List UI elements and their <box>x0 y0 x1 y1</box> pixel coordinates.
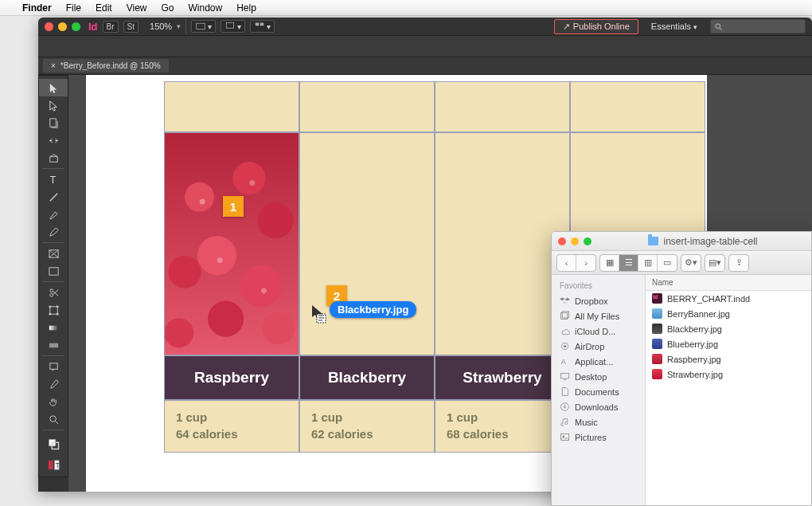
finder-traffic-lights[interactable] <box>558 237 591 245</box>
page-tool[interactable] <box>39 114 68 131</box>
menu-help[interactable]: Help <box>236 2 256 14</box>
file-blackberry[interactable]: Blackberry.jpg <box>646 321 811 336</box>
note-tool[interactable] <box>39 358 68 375</box>
finder-file-list: Name BERRY_CHART.indd BerryBanner.jpg Bl… <box>646 275 811 505</box>
cell-cal-blackberry[interactable]: 1 cup62 calories <box>299 400 435 453</box>
selection-tool[interactable] <box>39 79 68 96</box>
arrange-menu[interactable]: ⚙︎▾ <box>681 254 701 272</box>
finder-toolbar: ‹› ▦☰▥▭ ⚙︎▾ ▤▾ ⇪ <box>552 251 811 275</box>
zoom-level[interactable]: 150% <box>150 22 172 31</box>
cell-name-raspberry[interactable]: Raspberry <box>164 355 299 400</box>
svg-point-17 <box>49 305 51 308</box>
sidebar-music[interactable]: Music <box>552 414 645 430</box>
nav-back-forward[interactable]: ‹› <box>556 254 596 272</box>
svg-point-20 <box>56 312 58 315</box>
zoom-tool[interactable] <box>39 410 68 428</box>
svg-rect-7 <box>49 156 57 162</box>
svg-rect-40 <box>561 433 569 440</box>
file-raspberry[interactable]: Raspberry.jpg <box>646 351 811 367</box>
sidebar-applications[interactable]: AApplicat... <box>552 354 645 369</box>
close-tab-icon[interactable]: × <box>51 61 56 70</box>
cell-cal-strawberry[interactable]: 1 cup68 calories <box>435 400 570 453</box>
sidebar-icloud[interactable]: iCloud D... <box>552 324 645 339</box>
content-collector-tool[interactable] <box>39 149 68 167</box>
image-file-icon <box>652 354 662 364</box>
menu-file[interactable]: File <box>66 2 81 14</box>
file-berry-chart[interactable]: BERRY_CHART.indd <box>646 291 811 306</box>
pencil-tool[interactable] <box>39 223 68 241</box>
rectangle-tool[interactable] <box>39 262 68 280</box>
arrange-button[interactable]: ▾ <box>250 20 275 33</box>
cell-raspberry-image[interactable] <box>164 132 299 355</box>
place-cursor-icon <box>310 304 328 324</box>
pen-tool[interactable] <box>39 206 68 223</box>
svg-line-9 <box>49 193 57 200</box>
share-button[interactable]: ⇪ <box>728 254 749 272</box>
bridge-button[interactable]: Br <box>103 21 119 33</box>
indesign-logo-icon: Id <box>88 21 98 33</box>
sidebar-airdrop[interactable]: AirDrop <box>552 339 645 354</box>
svg-point-19 <box>49 312 51 315</box>
sidebar-dropbox[interactable]: Dropbox <box>552 293 645 308</box>
svg-rect-6 <box>49 118 56 126</box>
sidebar-desktop[interactable]: Desktop <box>552 369 645 384</box>
menu-window[interactable]: Window <box>189 2 223 14</box>
image-file-icon <box>652 308 662 319</box>
cell-cal-raspberry[interactable]: 1 cup64 calories <box>164 400 299 453</box>
fill-stroke-swatch[interactable] <box>39 432 68 456</box>
view-options-button[interactable]: ▾ <box>191 20 216 33</box>
sidebar-downloads[interactable]: Downloads <box>552 399 645 414</box>
menu-view[interactable]: View <box>127 2 147 14</box>
formatting-affects-toggle[interactable]: T <box>39 456 68 473</box>
svg-rect-13 <box>49 267 57 274</box>
svg-text:A: A <box>561 358 566 366</box>
file-berrybanner[interactable]: BerryBanner.jpg <box>646 306 811 321</box>
workspace-switcher[interactable]: Essentials ▾ <box>643 22 705 31</box>
svg-rect-22 <box>49 343 57 347</box>
svg-rect-21 <box>49 325 57 330</box>
direct-selection-tool[interactable] <box>39 96 68 114</box>
image-file-icon <box>652 339 662 349</box>
scissors-tool[interactable] <box>39 284 68 301</box>
svg-rect-2 <box>256 23 260 26</box>
hand-tool[interactable] <box>39 393 68 410</box>
document-tab[interactable]: ×*Berry_Before.indd @ 150% <box>43 59 169 73</box>
menu-go[interactable]: Go <box>162 2 174 14</box>
menubar-app-name[interactable]: Finder <box>22 2 52 14</box>
svg-rect-16 <box>49 306 57 313</box>
sidebar-all-my-files[interactable]: All My Files <box>552 308 645 324</box>
file-blueberry[interactable]: Blueberry.jpg <box>646 336 811 351</box>
drag-filename-tooltip: Blackberry.jpg <box>330 301 416 318</box>
action-menu[interactable]: ▤▾ <box>705 254 725 272</box>
finder-window: insert-image-table-cell ‹› ▦☰▥▭ ⚙︎▾ ▤▾ ⇪… <box>551 231 812 506</box>
indesign-file-icon <box>652 293 662 304</box>
menu-edit[interactable]: Edit <box>96 2 112 14</box>
line-tool[interactable] <box>39 188 68 206</box>
mac-menubar: Finder File Edit View Go Window Help <box>0 0 812 16</box>
type-tool[interactable]: T <box>39 171 68 188</box>
tools-panel: T T <box>38 75 68 477</box>
search-field[interactable] <box>710 19 806 33</box>
gap-tool[interactable] <box>39 131 68 149</box>
cell-strawberry-image[interactable] <box>435 132 570 355</box>
free-transform-tool[interactable] <box>39 301 68 319</box>
publish-online-button[interactable]: ↗Publish Online <box>554 19 638 34</box>
eyedropper-tool[interactable] <box>39 375 68 393</box>
view-switcher[interactable]: ▦☰▥▭ <box>599 254 677 272</box>
column-header-name[interactable]: Name <box>646 275 811 291</box>
sidebar-pictures[interactable]: Pictures <box>552 430 645 445</box>
gradient-swatch-tool[interactable] <box>39 319 68 336</box>
finder-titlebar[interactable]: insert-image-table-cell <box>552 232 811 251</box>
screen-mode-button[interactable]: ▾ <box>221 20 245 33</box>
sidebar-documents[interactable]: Documents <box>552 384 645 399</box>
gradient-feather-tool[interactable] <box>39 336 68 354</box>
svg-line-25 <box>55 421 58 424</box>
image-file-icon <box>652 324 662 334</box>
cell-name-strawberry[interactable]: Strawberry <box>435 355 570 400</box>
file-strawberry[interactable]: Strawberry.jpg <box>646 367 811 382</box>
indesign-traffic-lights[interactable] <box>45 22 80 31</box>
stock-button[interactable]: St <box>123 21 139 33</box>
rectangle-frame-tool[interactable] <box>39 245 68 262</box>
cell-name-blackberry[interactable]: Blackberry <box>299 355 435 400</box>
sidebar-header-favorites: Favorites <box>552 280 645 293</box>
